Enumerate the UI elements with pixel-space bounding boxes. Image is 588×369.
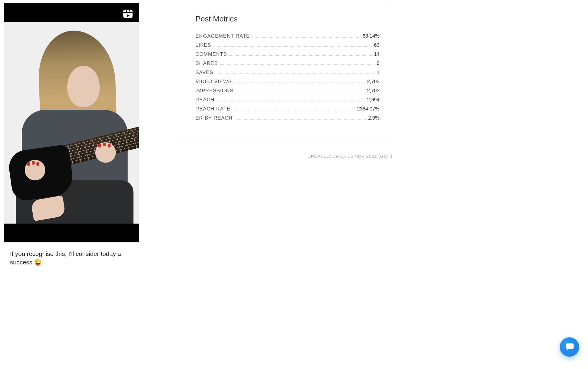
chat-icon <box>565 342 574 352</box>
caption-area: If you recognise this, I'll consider tod… <box>4 242 139 267</box>
post-card: If you recognise this, I'll consider tod… <box>4 3 139 267</box>
metric-row-engagement-rate: ENGAGEMENT RATE 68.14% <box>196 33 380 38</box>
metric-value: 2384.07% <box>357 106 380 111</box>
video-bottombar <box>4 224 139 242</box>
video-frame[interactable] <box>4 3 139 242</box>
svg-rect-0 <box>123 10 133 18</box>
page: If you recognise this, I'll consider tod… <box>0 0 588 369</box>
metric-label: ER BY REACH <box>196 115 233 120</box>
metric-value: 68.14% <box>363 33 380 38</box>
metric-label: SAVES <box>196 70 213 75</box>
video-thumbnail <box>4 22 139 224</box>
metric-dots <box>234 83 365 83</box>
reel-icon <box>122 8 133 19</box>
metric-label: COMMENTS <box>196 52 227 57</box>
metric-row-saves: SAVES 1 <box>196 70 380 75</box>
metric-value: 63 <box>374 43 380 48</box>
metric-dots <box>229 55 372 56</box>
metric-dots <box>220 64 375 65</box>
metric-label: SHARES <box>196 61 218 66</box>
metric-value: 2.9% <box>368 115 380 120</box>
metrics-title: Post Metrics <box>196 14 380 24</box>
metrics-column: Post Metrics ENGAGEMENT RATE 68.14% LIKE… <box>139 0 588 369</box>
metric-dots <box>235 119 366 120</box>
metric-dots <box>233 110 355 110</box>
metric-label: LIKES <box>196 43 211 48</box>
metric-row-reach-rate: REACH RATE 2384.07% <box>196 106 380 111</box>
metric-row-likes: LIKES 63 <box>196 43 380 48</box>
post-caption: If you recognise this, I'll consider tod… <box>10 249 133 267</box>
metric-dots <box>216 73 375 74</box>
metric-value: 1 <box>377 70 380 75</box>
metric-label: VIDEO VIEWS <box>196 79 232 84</box>
metric-label: ENGAGEMENT RATE <box>196 33 250 38</box>
metric-value: 14 <box>374 52 380 57</box>
metric-label: REACH RATE <box>196 106 230 111</box>
metrics-card: Post Metrics ENGAGEMENT RATE 68.14% LIKE… <box>183 3 392 141</box>
metric-label: REACH <box>196 97 215 102</box>
video-topbar <box>4 3 139 22</box>
metric-row-comments: COMMENTS 14 <box>196 52 380 57</box>
metric-row-video-views: VIDEO VIEWS 2,703 <box>196 79 380 84</box>
metric-dots <box>217 101 365 101</box>
metric-row-reach: REACH 2,694 <box>196 97 380 102</box>
metric-dots <box>213 46 372 47</box>
metric-row-shares: SHARES 0 <box>196 61 380 66</box>
post-column: If you recognise this, I'll consider tod… <box>0 0 139 369</box>
metric-dots <box>252 37 360 38</box>
metric-row-er-by-reach: ER BY REACH 2.9% <box>196 115 380 120</box>
updated-timestamp: Updated: 19:15, 16 Nov 2022 (GMT) <box>183 154 392 159</box>
chat-button[interactable] <box>560 337 579 357</box>
metric-value: 2,694 <box>367 97 380 102</box>
metric-value: 0 <box>377 61 380 66</box>
metric-dots <box>236 92 365 92</box>
metric-row-impressions: IMPRESSIONS 2,703 <box>196 88 380 93</box>
metric-label: IMPRESSIONS <box>196 88 233 93</box>
metric-value: 2,703 <box>367 79 380 84</box>
metric-value: 2,703 <box>367 88 380 93</box>
